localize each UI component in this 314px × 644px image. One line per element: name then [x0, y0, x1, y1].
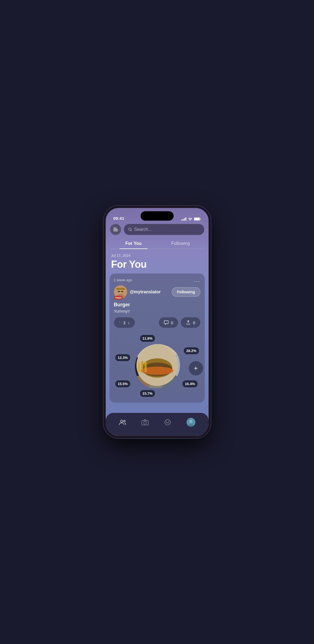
post-more-button[interactable]: ···	[194, 278, 200, 284]
author-handle: @mytranslator	[130, 289, 169, 294]
chart-label-3: 15.7%	[140, 390, 155, 397]
community-icon	[119, 419, 126, 425]
svg-point-24	[124, 420, 125, 422]
nav-community[interactable]	[119, 419, 126, 425]
post-author-row: Team @mytranslator Following	[114, 285, 200, 299]
menu-button[interactable]	[110, 224, 121, 235]
battery-icon	[194, 217, 201, 221]
profile-avatar[interactable]	[187, 418, 195, 427]
svg-point-29	[168, 421, 169, 422]
share-button[interactable]: 0	[181, 317, 200, 328]
svg-point-26	[144, 421, 146, 424]
svg-point-32	[168, 423, 169, 423]
svg-rect-20	[138, 362, 140, 372]
nav-camera[interactable]	[141, 419, 149, 425]
search-bar[interactable]: Search...	[124, 224, 204, 235]
svg-rect-21	[141, 361, 143, 372]
following-button[interactable]: Following	[172, 287, 200, 297]
tab-following[interactable]: Following	[157, 238, 204, 249]
svg-rect-22	[144, 362, 147, 372]
svg-rect-10	[118, 291, 120, 292]
search-placeholder: Search...	[134, 227, 152, 232]
svg-point-23	[121, 420, 123, 422]
svg-point-3	[129, 228, 131, 231]
svg-point-34	[189, 420, 193, 423]
camera-icon	[141, 419, 149, 425]
svg-rect-9	[118, 288, 123, 290]
downvote-icon: ↓	[128, 320, 130, 325]
vote-count: 3	[123, 320, 125, 325]
svg-rect-11	[121, 291, 123, 292]
wifi-icon	[188, 217, 192, 221]
chart-label-5: 12.3%	[115, 354, 130, 361]
phone-frame: 09:41	[103, 206, 211, 438]
nav-profile[interactable]	[187, 418, 195, 427]
chart-container: 11.8% 28.2% 16.4% 15.7% 15.5% 12.3%	[114, 332, 200, 398]
search-icon	[128, 228, 132, 231]
chart-label-4: 15.5%	[115, 380, 130, 387]
status-icons	[181, 217, 201, 221]
nav-palette[interactable]	[164, 419, 171, 426]
post-timestamp: 1 week ago	[114, 278, 200, 282]
vote-button[interactable]: ↑ 3 ↓	[114, 317, 135, 328]
chart-label-0: 11.8%	[140, 335, 155, 342]
post-card: 1 week ago ···	[110, 274, 205, 403]
profile-avatar-image	[187, 418, 195, 427]
team-badge: Team	[114, 296, 123, 300]
svg-point-31	[166, 423, 167, 423]
chart-label-1: 28.2%	[184, 347, 199, 354]
share-count: 0	[193, 320, 195, 325]
svg-rect-2	[200, 218, 201, 220]
section-title: For You	[111, 259, 203, 270]
svg-point-28	[166, 421, 167, 422]
share-icon	[186, 320, 191, 325]
post-title: Burger	[114, 302, 200, 308]
bottom-navigation	[106, 413, 209, 436]
menu-icon	[113, 228, 118, 231]
section-header: Jul 17, 2024 For You	[106, 249, 209, 274]
comment-icon	[164, 320, 169, 325]
dynamic-island	[141, 211, 174, 221]
donut-chart	[127, 335, 187, 396]
comment-button[interactable]: 0	[159, 317, 178, 328]
post-subtitle: Yummy!!	[114, 309, 200, 313]
comment-count: 0	[171, 320, 173, 325]
svg-point-30	[167, 423, 168, 423]
tabs-container: For You Following	[110, 238, 204, 249]
svg-point-27	[165, 420, 170, 425]
fab-button[interactable]: +	[189, 361, 203, 375]
action-row: ↑ 3 ↓ 0 0	[114, 317, 200, 328]
search-row: Search...	[110, 224, 204, 235]
signal-icon	[181, 217, 186, 221]
section-date: Jul 17, 2024	[111, 253, 203, 258]
tab-for-you[interactable]: For You	[110, 238, 157, 249]
author-avatar: Team	[114, 285, 127, 299]
upvote-icon: ↑	[119, 320, 121, 325]
svg-rect-1	[194, 218, 200, 220]
chart-label-2: 16.4%	[182, 380, 198, 387]
svg-line-4	[131, 230, 132, 231]
palette-icon	[164, 419, 171, 426]
